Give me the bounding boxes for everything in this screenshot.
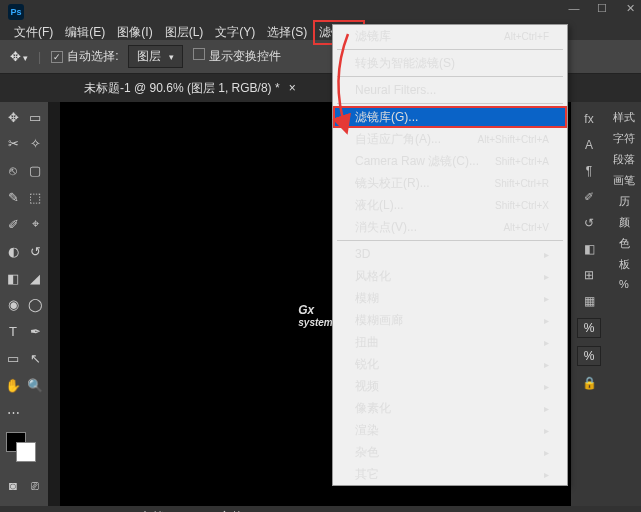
eyedropper-tool[interactable]: ✎ — [2, 187, 24, 209]
panel-label[interactable]: 历 — [619, 194, 630, 209]
menu-item[interactable]: 模糊▸ — [333, 287, 567, 309]
panel-label[interactable]: 板 — [619, 257, 630, 272]
color-swatches[interactable] — [6, 432, 42, 466]
panel-label[interactable]: 字符 — [613, 131, 635, 146]
panel-label[interactable]: 颜 — [619, 215, 630, 230]
window-controls: — ☐ ✕ — [567, 2, 637, 16]
history-icon[interactable]: ↺ — [578, 214, 600, 232]
history-brush-tool[interactable]: ↺ — [24, 240, 46, 262]
move-tool-icon[interactable]: ✥▾ — [10, 49, 28, 64]
menu-item[interactable]: 滤镜库(G)... — [333, 106, 567, 128]
rectangle-tool[interactable]: ▭ — [2, 348, 24, 370]
panel-label[interactable]: 样式 — [613, 110, 635, 125]
swatch-icon[interactable]: ⊞ — [578, 266, 600, 284]
show-transform-checkbox[interactable]: 显示变换控件 — [193, 48, 281, 65]
clone-tool[interactable]: ⌖ — [24, 213, 46, 235]
menu-4[interactable]: 文字(Y) — [209, 20, 261, 45]
menu-3[interactable]: 图层(L) — [159, 20, 210, 45]
panel-label[interactable]: % — [619, 278, 629, 290]
menu-item[interactable]: 扭曲▸ — [333, 331, 567, 353]
brush-tool[interactable]: ✐ — [2, 213, 24, 235]
tools-panel: ✥▭ ✂✧ ⎋▢ ✎⬚ ✐⌖ ◐↺ ◧◢ ◉◯ T✒ ▭↖ ✋🔍 ⋯ ◙⎚ — [0, 102, 48, 506]
styles-icon[interactable]: fx — [578, 110, 600, 128]
screen-mode[interactable]: ⎚ — [24, 475, 46, 497]
zoom-tool[interactable]: 🔍 — [24, 374, 46, 396]
menu-5[interactable]: 选择(S) — [261, 20, 313, 45]
opacity-value[interactable]: % — [577, 318, 602, 338]
menu-item[interactable]: 3D▸ — [333, 243, 567, 265]
magic-wand-tool[interactable]: ✧ — [24, 133, 46, 155]
gradient-tool[interactable]: ◢ — [24, 267, 46, 289]
character-icon[interactable]: A — [578, 136, 600, 154]
path-select-tool[interactable]: ↖ — [24, 348, 46, 370]
eraser-tool[interactable]: ◧ — [2, 267, 24, 289]
dodge-tool[interactable]: ◯ — [24, 294, 46, 316]
document-tab[interactable]: 未标题-1 @ 90.6% (图层 1, RGB/8) * × — [76, 77, 304, 100]
menu-0[interactable]: 文件(F) — [8, 20, 59, 45]
menu-item: Neural Filters... — [333, 79, 567, 101]
menu-item[interactable]: 液化(L)...Shift+Ctrl+X — [333, 194, 567, 216]
menu-item[interactable]: 杂色▸ — [333, 441, 567, 463]
panel-icons: fx A ¶ ✐ ↺ ◧ ⊞ ▦ % % 🔒 — [571, 102, 607, 506]
menu-separator — [337, 103, 563, 104]
menu-item[interactable]: 镜头校正(R)...Shift+Ctrl+R — [333, 172, 567, 194]
menu-item: 滤镜库Alt+Ctrl+F — [333, 25, 567, 47]
maximize-button[interactable]: ☐ — [595, 2, 609, 16]
menu-separator — [337, 49, 563, 50]
fill-value[interactable]: % — [577, 346, 602, 366]
panel-label[interactable]: 段落 — [613, 152, 635, 167]
filter-menu-dropdown: 滤镜库Alt+Ctrl+F转换为智能滤镜(S)Neural Filters...… — [332, 24, 568, 486]
menu-separator — [337, 76, 563, 77]
brush-icon[interactable]: ✐ — [578, 188, 600, 206]
menu-item[interactable]: Camera Raw 滤镜(C)...Shift+Ctrl+A — [333, 150, 567, 172]
pen-tool[interactable]: ✒ — [24, 321, 46, 343]
panel-labels: 样式字符段落画笔历颜色板% — [607, 102, 641, 506]
menu-item[interactable]: 其它▸ — [333, 463, 567, 485]
more-tools[interactable]: ⋯ — [2, 401, 24, 423]
status-bar: 90.6% 文档:527.3K/0 字节 ▸ — [0, 506, 641, 512]
artboard-tool[interactable]: ▭ — [24, 106, 46, 128]
type-tool[interactable]: T — [2, 321, 24, 343]
watermark: Gx system — [298, 281, 332, 328]
panel-label[interactable]: 画笔 — [613, 173, 635, 188]
menu-separator — [337, 240, 563, 241]
menu-1[interactable]: 编辑(E) — [59, 20, 111, 45]
blur-tool[interactable]: ◉ — [2, 294, 24, 316]
paragraph-icon[interactable]: ¶ — [578, 162, 600, 180]
menu-2[interactable]: 图像(I) — [111, 20, 158, 45]
menu-item[interactable]: 转换为智能滤镜(S) — [333, 52, 567, 74]
frame-tool[interactable]: ▢ — [24, 160, 46, 182]
auto-select-checkbox[interactable]: ✓自动选择: — [51, 48, 118, 65]
healing-tool[interactable]: ◐ — [2, 240, 24, 262]
menu-item[interactable]: 渲染▸ — [333, 419, 567, 441]
crop-tool[interactable]: ⎋ — [2, 160, 24, 182]
panel-label[interactable]: 色 — [619, 236, 630, 251]
menu-item[interactable]: 风格化▸ — [333, 265, 567, 287]
hand-tool[interactable]: ✋ — [2, 374, 24, 396]
layer-select[interactable]: 图层▾ — [128, 45, 183, 68]
lasso-tool[interactable]: ✂ — [2, 133, 24, 155]
minimize-button[interactable]: — — [567, 2, 581, 16]
app-logo: Ps — [8, 4, 24, 20]
menu-item[interactable]: 像素化▸ — [333, 397, 567, 419]
color-icon[interactable]: ◧ — [578, 240, 600, 258]
quick-mask[interactable]: ◙ — [2, 475, 24, 497]
move-tool[interactable]: ✥ — [2, 106, 24, 128]
menu-item[interactable]: 模糊画廊▸ — [333, 309, 567, 331]
close-button[interactable]: ✕ — [623, 2, 637, 16]
lock-icon[interactable]: 🔒 — [578, 374, 600, 392]
menu-item[interactable]: 消失点(V)...Alt+Ctrl+V — [333, 216, 567, 238]
marquee-tool[interactable]: ⬚ — [24, 187, 46, 209]
menu-item[interactable]: 锐化▸ — [333, 353, 567, 375]
doc-info[interactable]: 文档:527.3K/0 字节 — [140, 509, 243, 513]
menu-item[interactable]: 视频▸ — [333, 375, 567, 397]
panel-icon[interactable]: ▦ — [578, 292, 600, 310]
menu-item[interactable]: 自适应广角(A)...Alt+Shift+Ctrl+A — [333, 128, 567, 150]
